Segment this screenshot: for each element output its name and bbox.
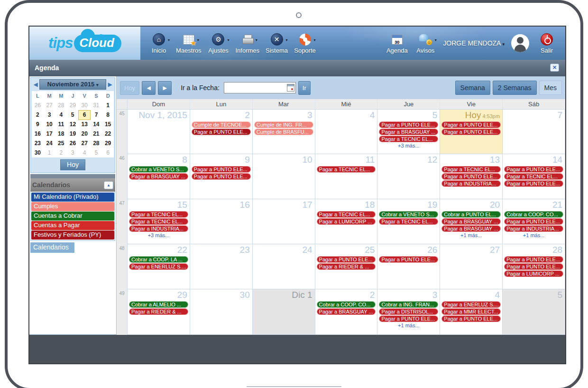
minical-day[interactable]: 4 (79, 148, 91, 157)
day-cell[interactable]: 16 (190, 199, 253, 244)
next-period-button[interactable]: ▶ (158, 81, 172, 95)
calendar-list-item[interactable]: Mi Calendario (Privado) (31, 193, 114, 202)
event-pill[interactable]: Pagar a PUNTO ELE... (504, 256, 563, 263)
event-pill[interactable]: Pagar a PUNTO ELE... (504, 263, 563, 270)
day-cell[interactable]: 27 (440, 244, 503, 289)
minical-month-select[interactable]: Noviembre 2015 ▾ (39, 79, 106, 90)
minical-today-button[interactable]: Hoy (60, 159, 85, 170)
minical-day[interactable]: 3 (67, 148, 79, 157)
day-cell[interactable]: 3Cumple de ING. FR...Cumple de BRASFU... (253, 110, 315, 154)
minical-day[interactable]: 19 (67, 129, 79, 139)
day-cell[interactable]: 5 (503, 289, 565, 335)
day-cell[interactable]: 12 (377, 154, 440, 199)
minical-day[interactable]: 21 (91, 129, 102, 139)
calendar-list-item[interactable]: Cumples (31, 202, 114, 211)
user-menu[interactable]: JORGE MENDOZA▾ (443, 39, 505, 47)
day-cell[interactable]: 8Cobrar a VENETO S...Pagar a BRASGUAY ..… (128, 154, 190, 199)
event-pill[interactable]: Pagar a PUNTO ELE... (192, 166, 251, 173)
event-pill[interactable]: Pagar a TECNIC EL... (504, 173, 563, 180)
event-pill[interactable]: Cumple de TECNOE... (192, 121, 251, 128)
day-cell[interactable]: 30 (190, 289, 253, 335)
minical-day[interactable]: 27 (44, 101, 55, 110)
minical-day[interactable]: 2 (32, 110, 44, 120)
minical-day[interactable]: 6 (102, 148, 114, 157)
event-pill[interactable]: Cobrar a COOP. CO... (504, 211, 563, 218)
collapse-up-icon[interactable]: ▲ (104, 181, 113, 189)
day-cell[interactable]: Nov 1, 2015 (128, 110, 190, 154)
day-cell[interactable]: 3Cobrar a ING. FRAN...Pagar a DISTRISOL.… (377, 289, 440, 335)
day-cell[interactable]: 29Cobrar a ALMELIO ...Pagar a RIEDER & .… (128, 289, 190, 335)
minical-day[interactable]: 8 (102, 110, 114, 120)
event-pill[interactable]: Pagar a INDUSTRIA... (129, 225, 188, 232)
event-pill[interactable]: Pagar a TECNIC EL... (379, 136, 438, 142)
event-pill[interactable]: Cobrar a ING. FRAN... (379, 301, 438, 308)
minical-day[interactable]: 2 (55, 148, 67, 157)
event-pill[interactable]: Pagar a PUNTO ELE... (441, 129, 501, 135)
event-pill[interactable]: Cumple de BRASFU... (254, 129, 313, 135)
minical-day[interactable]: 17 (44, 129, 55, 139)
day-cell[interactable]: 18Pagar a TECNIC EL...Pagar a LUMICORP .… (315, 199, 378, 244)
minical-prev-icon[interactable]: ◀ (32, 81, 39, 88)
avatar[interactable] (511, 34, 529, 52)
go-button[interactable]: Ir (298, 81, 311, 95)
minical-day[interactable]: 20 (79, 129, 91, 139)
minical-day[interactable]: 18 (55, 129, 67, 139)
event-pill[interactable]: Pagar a PUNTO ELE... (504, 218, 563, 225)
more-events-link[interactable]: +1 más... (440, 232, 502, 238)
minical-day[interactable]: 7 (91, 110, 102, 120)
day-cell[interactable]: 19Cobrar a VENETO S...Pagar a TECNIC EL.… (377, 199, 440, 244)
minical-day[interactable]: 15 (102, 120, 114, 129)
nav-soporte[interactable]: ▾ Soporte (294, 32, 316, 54)
day-cell[interactable]: 14Pagar a PUNTO ELE...Pagar a TECNIC EL.… (503, 154, 565, 199)
minical-day[interactable]: 3 (44, 110, 55, 120)
event-pill[interactable]: Cobrar a COOP. CO... (317, 301, 376, 308)
close-icon[interactable]: ✕ (550, 64, 559, 72)
day-cell[interactable]: 4Pagar a ENERLUZ S....Pagar a MMR ELECT.… (440, 289, 503, 335)
event-pill[interactable]: Cobrar a COOP. LA ... (129, 256, 188, 263)
event-pill[interactable]: Pagar a BRASGUAY ... (129, 173, 188, 180)
event-pill[interactable]: Pagar a PUNTO ELE... (317, 256, 376, 263)
day-cell[interactable]: 22Cobrar a COOP. LA ...Pagar a ENERLUZ S… (128, 244, 190, 289)
event-pill[interactable]: Pagar a INDUSTRIA... (504, 225, 563, 232)
event-pill[interactable]: Pagar a PUNTO ELE... (192, 173, 251, 180)
day-cell[interactable]: 10 (253, 154, 315, 199)
day-cell[interactable]: 9Pagar a PUNTO ELE...Pagar a PUNTO ELE..… (190, 154, 253, 199)
minical-day[interactable]: 13 (79, 120, 91, 129)
nav-avisos[interactable]: ☺▾ Avisos (414, 32, 436, 54)
minical-day[interactable]: 5 (67, 110, 79, 120)
minical-day[interactable]: 4 (55, 110, 67, 120)
event-pill[interactable]: Pagar a BRASGUAY ... (441, 225, 501, 232)
minical-day[interactable]: 29 (67, 101, 79, 110)
minical-day[interactable]: 10 (44, 120, 55, 129)
calendars-tab[interactable]: Calendarios (30, 242, 74, 253)
event-pill[interactable]: Pagar a BRASGUAY ... (379, 129, 438, 135)
day-cell[interactable]: Dic 1 (253, 289, 315, 335)
day-cell[interactable]: 23 (190, 244, 253, 289)
event-pill[interactable]: Pagar a PUNTO ELE... (192, 129, 251, 135)
day-cell[interactable]: 25Pagar a PUNTO ELE...Pagar a RIEDER & .… (315, 244, 378, 289)
nav-agenda[interactable]: 30 Agenda (386, 32, 408, 54)
day-cell[interactable]: 2Cobrar a COOP. CO...Pagar a BRASGUAY ..… (315, 289, 378, 335)
event-pill[interactable]: Pagar a MMR ELECT... (441, 308, 501, 315)
event-pill[interactable]: Pagar a TECNIC EL... (317, 166, 376, 173)
minical-day[interactable]: 27 (79, 139, 91, 148)
minical-day[interactable]: 26 (32, 101, 44, 110)
minical-day[interactable]: 5 (91, 148, 102, 157)
minical-day[interactable]: 23 (32, 139, 44, 148)
event-pill[interactable]: Cobrar a ALMELIO ... (129, 301, 188, 308)
nav-salir[interactable]: Salir (536, 32, 558, 54)
tipscloud-logo[interactable]: tips Cloud (29, 27, 140, 60)
event-pill[interactable]: Pagar a PUNTO ELE... (379, 315, 438, 322)
more-events-link[interactable]: +1 más... (377, 323, 440, 328)
event-pill[interactable]: Pagar a PUNTO ELE... (504, 180, 563, 187)
event-pill[interactable]: Pagar a RIEDER & ... (129, 308, 188, 315)
minical-day[interactable]: 26 (67, 139, 79, 148)
goto-date-input[interactable] (224, 82, 296, 93)
event-pill[interactable]: Pagar a ENERLUZ S.... (129, 263, 188, 270)
event-pill[interactable]: Pagar a PUNTO ELE... (379, 256, 438, 263)
event-pill[interactable]: Pagar a TECNIC EL... (317, 211, 376, 218)
event-pill[interactable]: Pagar a TECNIC EL... (129, 211, 188, 218)
day-cell[interactable]: 13Pagar a TECNIC EL...Pagar a PUNTO ELE.… (440, 154, 503, 199)
day-cell[interactable]: 5Pagar a PUNTO ELE...Pagar a BRASGUAY ..… (377, 110, 440, 154)
event-pill[interactable]: Pagar a TECNIC EL... (129, 218, 188, 225)
